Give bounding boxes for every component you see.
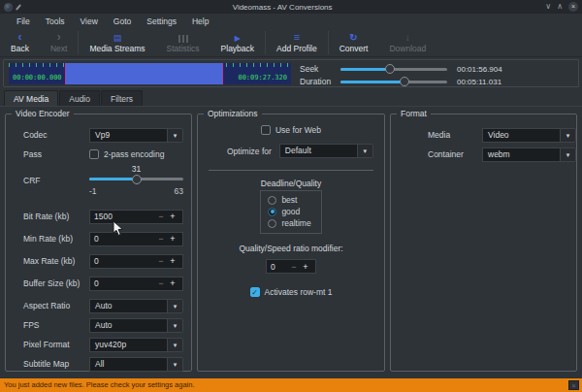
subtitle-map-select[interactable]: All [89, 357, 183, 372]
minus-icon[interactable] [155, 234, 167, 244]
fps-label: FPS [23, 320, 89, 330]
maxrate-spinner[interactable]: 0 [89, 254, 183, 269]
optimize-for-select[interactable]: Default [279, 144, 373, 158]
tab-bar: AV Media Audio Filters [0, 89, 582, 106]
dropdown-arrow-icon[interactable] [168, 128, 183, 143]
window-title: Videomass - AV Conversions [19, 3, 545, 12]
download-button[interactable]: Download [378, 29, 436, 56]
crf-fill [89, 178, 137, 180]
tab-audio[interactable]: Audio [59, 90, 100, 106]
codec-select[interactable]: Vp9 [89, 128, 183, 143]
radio-good-label: good [281, 207, 300, 216]
bitrate-spinner[interactable]: 1500 [89, 210, 183, 224]
pixel-format-select[interactable]: yuv420p [89, 338, 183, 352]
deadline-quality-label: Deadline/Quality [261, 179, 321, 188]
menu-settings[interactable]: Settings [140, 16, 183, 27]
radio-good[interactable] [268, 208, 276, 216]
crf-slider[interactable] [89, 174, 183, 184]
format-group: Format Media Video Container webm [390, 114, 577, 372]
dropdown-arrow-icon[interactable] [561, 128, 576, 143]
menu-goto[interactable]: Goto [107, 16, 138, 27]
pixel-format-label: Pixel Format [23, 340, 89, 349]
statistics-button[interactable]: Statistics [156, 29, 210, 56]
video-encoder-group: Video Encoder Codec Vp9 Pass 2-pass enco… [5, 114, 192, 372]
crf-min-label: -1 [89, 186, 97, 196]
row-mt-label: Activates row-mt 1 [265, 287, 333, 297]
dropdown-arrow-icon[interactable] [358, 144, 373, 158]
dropdown-arrow-icon[interactable] [561, 147, 576, 162]
minus-icon[interactable] [288, 262, 300, 272]
container-select[interactable]: webm [482, 147, 576, 162]
radio-best[interactable] [268, 196, 276, 205]
dropdown-arrow-icon[interactable] [168, 357, 183, 372]
pixel-format-value: yuv420p [89, 338, 168, 352]
dropdown-arrow-icon[interactable] [168, 299, 183, 313]
add-profile-button[interactable]: Add Profile [266, 29, 328, 56]
duration-value: 00:05:11.031 [457, 78, 501, 86]
close-icon[interactable]: × [568, 2, 578, 12]
radio-realtime[interactable] [268, 219, 276, 228]
minrate-spinner[interactable]: 0 [89, 232, 183, 246]
bitrate-label: Bit Rate (kb) [23, 212, 89, 221]
dropdown-arrow-icon[interactable] [168, 318, 183, 333]
two-pass-checkbox[interactable] [89, 149, 99, 159]
seek-handle[interactable] [385, 64, 395, 74]
row-mt-checkbox[interactable] [250, 287, 260, 297]
app-logo-icon [4, 3, 13, 12]
fps-select[interactable]: Auto [89, 318, 183, 333]
timeline-panel: 00:00:00.000 00:09:27.320 Seek 00:01:56.… [3, 59, 579, 87]
playback-icon [235, 32, 241, 43]
duration-handle[interactable] [400, 77, 409, 86]
two-pass-checkbox-label: 2-pass encoding [104, 149, 164, 159]
crf-max-label: 63 [175, 186, 183, 196]
timeline-selection[interactable] [65, 63, 223, 84]
seek-slider[interactable] [340, 64, 447, 75]
plus-icon[interactable] [167, 234, 178, 244]
plus-icon[interactable] [300, 262, 311, 272]
download-icon [405, 32, 410, 43]
menu-bar: File Tools View Goto Settings Help [0, 14, 582, 29]
aspect-ratio-value: Auto [89, 299, 168, 313]
crf-label: CRF [23, 164, 89, 201]
aspect-ratio-select[interactable]: Auto [89, 299, 183, 313]
quality-speed-spinner[interactable]: 0 [266, 259, 316, 274]
duration-slider[interactable] [340, 77, 447, 87]
media-streams-button[interactable]: Media Streams [79, 29, 155, 56]
radio-realtime-label: realtime [281, 218, 310, 228]
plus-icon[interactable] [167, 256, 178, 266]
title-bar: Videomass - AV Conversions ∨ ∧ × [0, 0, 582, 14]
plus-icon[interactable] [167, 278, 178, 288]
maxrate-label: Max Rate (kb) [23, 256, 89, 266]
tab-av-media[interactable]: AV Media [4, 90, 58, 106]
media-streams-icon [113, 32, 122, 43]
convert-button[interactable]: Convert [329, 29, 379, 56]
status-close-icon[interactable] [568, 380, 579, 390]
pass-label: Pass [23, 149, 89, 159]
subtitle-map-value: All [89, 357, 168, 372]
optimize-for-label: Optimize for [227, 147, 272, 156]
next-button[interactable]: Next [40, 29, 78, 56]
plus-icon[interactable] [167, 212, 178, 221]
media-select[interactable]: Video [482, 128, 576, 143]
minimize-icon[interactable]: ∨ [545, 2, 551, 12]
media-label: Media [428, 130, 482, 140]
use-for-web-checkbox[interactable] [261, 125, 271, 135]
next-icon [57, 32, 61, 43]
status-bar: You just added new files. Please check y… [0, 378, 582, 392]
menu-help[interactable]: Help [185, 16, 215, 27]
buffersize-spinner[interactable]: 0 [89, 277, 183, 291]
menu-view[interactable]: View [74, 16, 105, 27]
minus-icon[interactable] [155, 278, 167, 288]
timeline-ruler[interactable]: 00:00:00.000 00:09:27.320 [9, 63, 291, 84]
back-button[interactable]: Back [0, 29, 40, 56]
minus-icon[interactable] [155, 256, 167, 266]
dropdown-arrow-icon[interactable] [168, 338, 183, 352]
fps-value: Auto [89, 318, 168, 333]
playback-button[interactable]: Playback [210, 29, 266, 56]
minus-icon[interactable] [155, 212, 167, 221]
crf-handle[interactable] [132, 175, 142, 184]
maximize-icon[interactable]: ∧ [557, 2, 563, 12]
tab-filters[interactable]: Filters [101, 90, 143, 106]
menu-file[interactable]: File [10, 16, 37, 27]
menu-tools[interactable]: Tools [39, 16, 72, 27]
